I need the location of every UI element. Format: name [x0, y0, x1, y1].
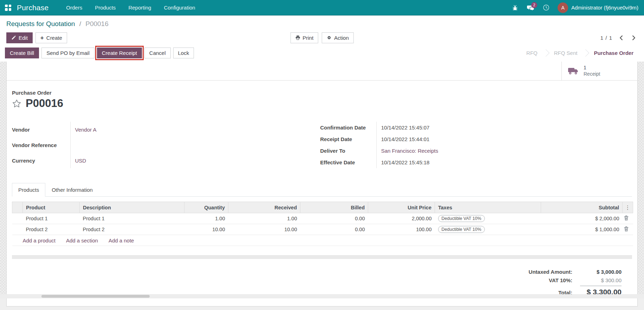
- truck-icon: [568, 67, 579, 75]
- edit-button[interactable]: Edit: [6, 32, 33, 43]
- table-row[interactable]: Product 2 Product 2 10.00 10.00 0.00 100…: [12, 224, 633, 235]
- state-rfq-sent[interactable]: RFQ Sent: [547, 50, 585, 56]
- vendor-reference-label: Vendor Reference: [12, 137, 70, 153]
- action-button[interactable]: Action: [322, 32, 354, 43]
- tax-badge: Deductible VAT 10%: [438, 215, 485, 222]
- create-bill-button[interactable]: Create Bill: [5, 48, 39, 58]
- list-resize-handle[interactable]: [12, 255, 632, 259]
- tab-products[interactable]: Products: [12, 183, 45, 197]
- add-a-note-link[interactable]: Add a note: [109, 238, 134, 243]
- menu-reporting[interactable]: Reporting: [123, 0, 157, 15]
- top-navbar: Purchase Orders Products Reporting Confi…: [0, 0, 644, 15]
- page-title: P00016: [26, 97, 63, 110]
- favorite-star-icon[interactable]: [12, 99, 21, 108]
- column-header-unit-price: Unit Price: [368, 202, 435, 213]
- receipt-smart-button[interactable]: 1 Receipt: [561, 62, 637, 80]
- add-a-product-link[interactable]: Add a product: [23, 238, 56, 243]
- main-menu: Orders Products Reporting Configuration: [60, 0, 201, 15]
- receipt-label: Receipt: [584, 71, 600, 77]
- cell-received: 1.00: [228, 213, 300, 224]
- app-name[interactable]: Purchase: [17, 4, 48, 12]
- state-purchase-order[interactable]: Purchase Order: [587, 50, 640, 56]
- lock-button[interactable]: Lock: [173, 48, 194, 58]
- untaxed-amount-label: Untaxed Amount:: [529, 269, 572, 275]
- cell-billed: 0.00: [300, 224, 368, 235]
- untaxed-amount-value: $ 3,000.00: [580, 269, 622, 275]
- receipt-date-label: Receipt Date: [320, 133, 376, 145]
- vendor-label: Vendor: [12, 122, 70, 137]
- systray: 2 A Administrator (fj6nyue0vi9m): [509, 2, 638, 14]
- currency-label: Currency: [12, 153, 70, 168]
- currency-value-link[interactable]: USD: [70, 153, 320, 168]
- column-header-taxes: Taxes: [435, 202, 541, 213]
- vat-label: VAT 10%:: [529, 277, 572, 283]
- edit-button-label: Edit: [19, 35, 28, 41]
- pager-count: 1 / 1: [600, 35, 612, 41]
- cell-quantity: 1.00: [184, 213, 228, 224]
- print-button-label: Print: [303, 35, 313, 41]
- add-a-section-link[interactable]: Add a section: [66, 238, 98, 243]
- menu-orders[interactable]: Orders: [60, 0, 88, 15]
- create-receipt-button[interactable]: Create Receipt: [97, 48, 142, 58]
- tab-other-information[interactable]: Other Information: [45, 183, 99, 197]
- menu-configuration[interactable]: Configuration: [158, 0, 201, 15]
- optional-columns-icon[interactable]: ⋮: [625, 205, 630, 210]
- order-lines-table: Product Description Quantity Received Bi…: [12, 202, 633, 246]
- field-groups: Vendor Vendor A Vendor Reference Currenc…: [12, 122, 632, 168]
- user-avatar: A: [558, 2, 568, 13]
- deliver-to-value-link[interactable]: San Francisco: Receipts: [376, 145, 628, 157]
- delete-line-trash-icon[interactable]: [624, 226, 629, 232]
- apps-grid-icon[interactable]: [5, 5, 11, 11]
- effective-date-value: 10/14/2022 15:45:18: [376, 157, 628, 168]
- control-panel: Requests for Quotation / P00016 Edit + C…: [0, 15, 644, 62]
- cell-subtotal: $ 1,000.00: [541, 224, 623, 235]
- column-header-received: Received: [228, 202, 300, 213]
- create-button-label: Create: [46, 35, 62, 41]
- doc-type-label: Purchase Order: [12, 90, 632, 96]
- status-pipeline: RFQ RFQ Sent Purchase Order: [519, 50, 640, 56]
- horizontal-scrollbar-thumb[interactable]: [41, 295, 150, 298]
- cell-subtotal: $ 2,000.00: [541, 213, 623, 224]
- column-header-billed: Billed: [300, 202, 368, 213]
- state-rfq[interactable]: RFQ: [519, 50, 545, 56]
- activities-clock-icon[interactable]: [540, 2, 552, 14]
- cell-description: Product 1: [80, 213, 184, 224]
- column-header-subtotal: Subtotal: [541, 202, 623, 213]
- menu-products[interactable]: Products: [89, 0, 121, 15]
- tax-badge: Deductible VAT 10%: [438, 226, 485, 233]
- debug-bug-icon[interactable]: [509, 2, 521, 14]
- handle-column-header: [12, 202, 23, 213]
- confirmation-date-label: Confirmation Date: [320, 122, 376, 133]
- cell-product: Product 2: [23, 224, 80, 235]
- cancel-button[interactable]: Cancel: [144, 48, 171, 58]
- totals-summary: Untaxed Amount: $ 3,000.00 VAT 10%: $ 30…: [529, 269, 622, 296]
- send-po-by-email-button[interactable]: Send PO by Email: [41, 48, 95, 58]
- breadcrumb-current: P00016: [85, 20, 109, 27]
- effective-date-label: Effective Date: [320, 157, 376, 168]
- user-menu[interactable]: A Administrator (fj6nyue0vi9m): [558, 2, 638, 13]
- table-row[interactable]: Product 1 Product 1 1.00 1.00 0.00 2,000…: [12, 213, 633, 224]
- cell-unit-price: 100.00: [368, 224, 435, 235]
- vendor-reference-value: [70, 137, 320, 153]
- cell-unit-price: 2,000.00: [368, 213, 435, 224]
- cell-billed: 0.00: [300, 213, 368, 224]
- print-button[interactable]: Print: [290, 32, 318, 43]
- horizontal-scrollbar-track: [0, 294, 644, 298]
- vendor-value-link[interactable]: Vendor A: [70, 122, 320, 137]
- gear-icon: [327, 35, 332, 40]
- cell-quantity: 10.00: [184, 224, 228, 235]
- breadcrumb-separator: /: [79, 20, 81, 27]
- plus-icon: +: [40, 35, 44, 41]
- statusbar-row: Create Bill Send PO by Email Create Rece…: [0, 46, 644, 62]
- pager-previous-icon[interactable]: [617, 34, 625, 42]
- pager-next-icon[interactable]: [630, 34, 638, 42]
- confirmation-date-value: 10/14/2022 15:45:07: [376, 122, 628, 133]
- messages-icon[interactable]: 2: [525, 2, 536, 14]
- cell-description: Product 2: [80, 224, 184, 235]
- create-button[interactable]: + Create: [35, 32, 67, 43]
- delete-line-trash-icon[interactable]: [624, 215, 629, 221]
- breadcrumb-parent-link[interactable]: Requests for Quotation: [6, 20, 75, 27]
- cell-product: Product 1: [23, 213, 80, 224]
- vat-value: $ 300.00: [580, 277, 622, 283]
- notebook-tabs: Products Other Information: [12, 183, 632, 197]
